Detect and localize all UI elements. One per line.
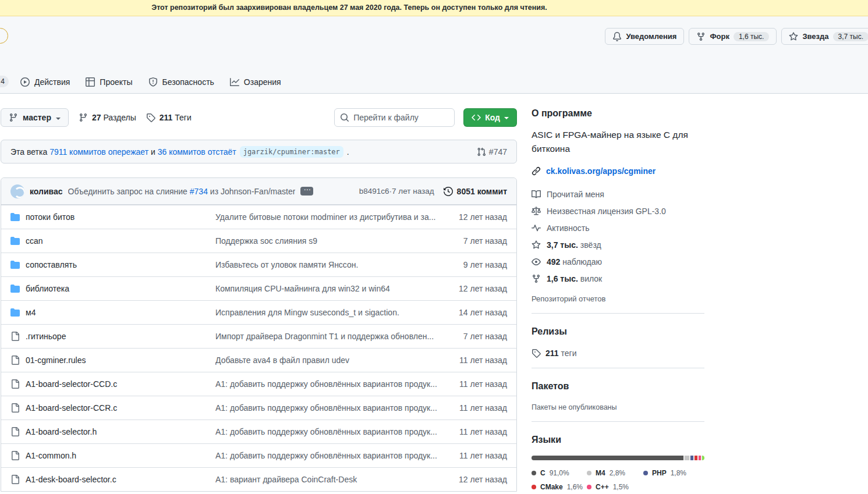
upstream-branch-ref[interactable]: jgarzik/cpuminer:master	[240, 146, 343, 158]
table-row[interactable]: ccan Поддержка soc слияния s9 7 лет наза…	[1, 229, 516, 253]
watchers-label: наблюдаю	[562, 257, 602, 266]
divider	[532, 368, 704, 368]
file-name-link[interactable]: потоки битов	[26, 212, 75, 222]
star-button[interactable]: Звезда 3,7 тыс.	[781, 28, 868, 45]
contribute-pr-link[interactable]: #747	[477, 147, 507, 157]
branch-selector[interactable]: мастер	[1, 108, 69, 127]
nav-tabs: Действия Проекты Безопасность Озарения	[15, 71, 292, 93]
file-commit-message[interactable]: A1: вариант драйвера CoinCraft-Desk	[215, 475, 440, 484]
play-icon	[20, 77, 30, 87]
tags-count: 211	[160, 113, 173, 122]
file-name-link[interactable]: A1-common.h	[26, 451, 76, 460]
file-commit-message[interactable]: Компиляция CPU-майнинга для win32 и win6…	[215, 284, 440, 293]
language-item-cpp[interactable]: C++1,5%	[587, 483, 643, 491]
file-name-link[interactable]: A1-board-selector-CCD.c	[26, 379, 117, 389]
table-row[interactable]: библиотека Компиляция CPU-майнинга для w…	[1, 276, 516, 300]
file-name-link[interactable]: ccan	[26, 236, 43, 246]
file-name-link[interactable]: A1-board-selector-CCR.c	[26, 403, 117, 413]
report-repository-link[interactable]: Репозиторий отчетов	[532, 294, 704, 303]
tab-insights[interactable]: Озарения	[225, 71, 286, 93]
commit-sha-time[interactable]: b8491c6·7 лет назад	[359, 187, 434, 196]
file-name-link[interactable]: сопоставлять	[26, 260, 77, 269]
file-commit-message[interactable]: Добавьте ava4 в файл правил udev	[215, 356, 440, 365]
tags-link[interactable]: 211 Теги	[146, 113, 192, 122]
code-button[interactable]: Код	[463, 108, 517, 127]
notifications-button[interactable]: Уведомления	[605, 28, 684, 45]
file-commit-message[interactable]: A1: добавить поддержку обновлённых вариа…	[215, 427, 440, 436]
folder-icon	[10, 236, 20, 246]
branches-count: 27	[92, 113, 101, 122]
table-row[interactable]: A1-desk-board-selector.c A1: вариант дра…	[1, 467, 516, 491]
file-commit-message[interactable]: Избавьтесь от уловок памяти Янссон.	[215, 260, 440, 269]
releases-tags-link[interactable]: 211 теги	[532, 349, 704, 358]
file-commit-message[interactable]: Поддержка soc слияния s9	[215, 236, 440, 246]
language-legend: C91,0% M42,8% PHP1,8% CMake1,6% C++1,5%	[532, 469, 704, 491]
table-row[interactable]: A1-board-selector.h A1: добавить поддерж…	[1, 420, 516, 443]
table-row[interactable]: A1-common.h A1: добавить поддержку обнов…	[1, 443, 516, 467]
code-button-label: Код	[485, 113, 500, 122]
table-row[interactable]: м4 Исправления для Mingw suseconds_t и s…	[1, 300, 516, 324]
folder-icon	[10, 260, 20, 269]
fork-button[interactable]: Форк 1,6 тыс.	[689, 28, 777, 45]
avatar[interactable]	[10, 184, 24, 198]
file-name-link[interactable]: A1-desk-board-selector.c	[26, 475, 116, 484]
releases-title: Релизы	[532, 326, 704, 337]
commit-ellipsis-button[interactable]: ⋯	[300, 187, 313, 196]
file-commit-message[interactable]: A1: добавить поддержку обновлённых вариа…	[215, 451, 440, 460]
commit-message[interactable]: Объединить запрос на слияние #734 из Joh…	[68, 187, 296, 196]
stars-label: звёзд	[580, 240, 601, 250]
behind-commits-link[interactable]: 36 коммитов отстаёт	[158, 147, 236, 157]
commit-time: 7 лет назад	[392, 187, 434, 196]
table-row[interactable]: 01-cgminer.rules Добавьте ava4 в файл пр…	[1, 348, 516, 372]
file-commit-time: 11 лет назад	[440, 403, 507, 413]
nav-overflow-count-badge: 4	[0, 76, 9, 87]
forks-link[interactable]: 1,6 тыс. вилок	[532, 270, 704, 287]
star-count-badge[interactable]: 3,7 тыс.	[833, 32, 868, 41]
packages-title: Пакетов	[532, 381, 704, 392]
tab-security[interactable]: Безопасность	[143, 71, 219, 93]
file-commit-time: 11 лет назад	[440, 427, 507, 436]
website-link[interactable]: ck.kolivas.org/apps/cgminer	[546, 166, 656, 176]
go-to-file-input[interactable]	[334, 108, 455, 127]
license-link[interactable]: Неизвестная лицензия GPL-3.0	[532, 202, 704, 219]
file-name-link[interactable]: м4	[26, 308, 36, 317]
commit-pr-link[interactable]: #734	[190, 187, 208, 196]
language-name: C++	[596, 483, 609, 491]
file-commit-time: 7 лет назад	[440, 236, 507, 246]
file-commit-message[interactable]: Импорт драйвера Dragonmint T1 и поддержк…	[215, 332, 440, 341]
language-item-m4[interactable]: M42,8%	[587, 469, 643, 477]
file-toolbar: мастер 27 Разделы 211 Теги Код	[1, 108, 517, 127]
table-row[interactable]: A1-board-selector-CCD.c A1: добавить под…	[1, 372, 516, 396]
header-action-buttons: Уведомления Форк 1,6 тыс. Звезда 3,7 тыс…	[605, 28, 868, 45]
tab-projects[interactable]: Проекты	[80, 71, 137, 93]
language-item-cmake[interactable]: CMake1,6%	[532, 483, 587, 491]
file-commit-message[interactable]: Исправления для Mingw suseconds_t и siga…	[215, 308, 440, 317]
activity-link[interactable]: Активность	[532, 219, 704, 236]
tab-actions[interactable]: Действия	[15, 71, 75, 93]
commit-history-link[interactable]: 8051 коммит	[444, 187, 507, 196]
commit-sha[interactable]: b8491c6	[359, 187, 389, 196]
forks-label: вилок	[580, 274, 603, 283]
table-row[interactable]: сопоставлять Избавьтесь от уловок памяти…	[1, 253, 516, 276]
readme-link[interactable]: Прочитай меня	[532, 186, 704, 202]
language-item-php[interactable]: PHP1,8%	[643, 469, 704, 477]
table-row[interactable]: потоки битов Удалите битовые потоки modm…	[1, 205, 516, 229]
file-commit-message[interactable]: Удалите битовые потоки modminer из дистр…	[215, 212, 440, 222]
file-name-link[interactable]: 01-cgminer.rules	[26, 356, 86, 365]
table-row[interactable]: .гитиньоре Импорт драйвера Dragonmint T1…	[1, 324, 516, 348]
file-name-link[interactable]: библиотека	[26, 284, 69, 293]
stars-link[interactable]: 3,7 тыс. звёзд	[532, 236, 704, 253]
file-name-link[interactable]: A1-board-selector.h	[26, 427, 97, 436]
table-row[interactable]: A1-board-selector-CCR.c A1: добавить под…	[1, 396, 516, 420]
branches-link[interactable]: 27 Разделы	[79, 113, 136, 122]
commit-author-link[interactable]: коливас	[30, 187, 63, 196]
ahead-commits-link[interactable]: 7911 коммитов опережает	[49, 147, 148, 157]
table-icon	[86, 77, 95, 87]
language-bar[interactable]	[532, 456, 704, 460]
file-name-link[interactable]: .гитиньоре	[26, 332, 66, 341]
language-item-c[interactable]: C91,0%	[532, 469, 587, 477]
file-commit-message[interactable]: A1: добавить поддержку обновлённых вариа…	[215, 379, 440, 389]
fork-count-badge[interactable]: 1,6 тыс.	[734, 32, 769, 41]
watchers-link[interactable]: 492 наблюдаю	[532, 253, 704, 270]
file-commit-message[interactable]: A1: добавить поддержку обновлённых вариа…	[215, 403, 440, 413]
